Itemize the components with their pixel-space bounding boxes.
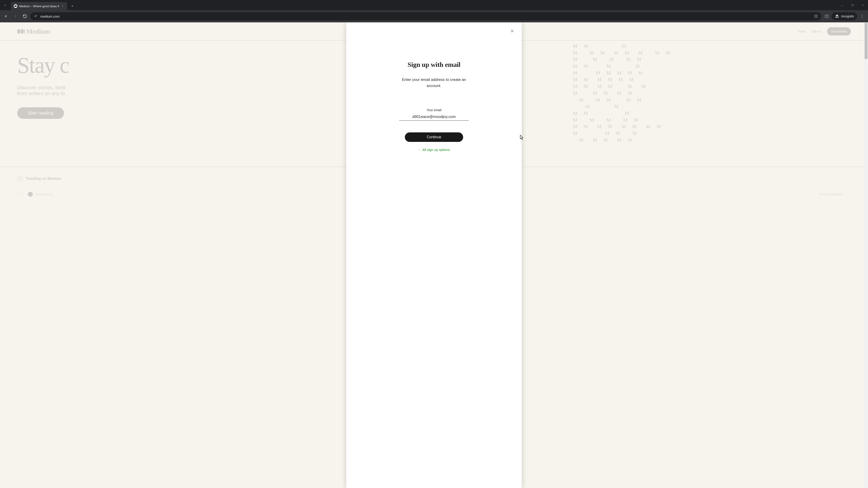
avatar — [28, 192, 33, 197]
browser-tab-strip: Medium – Where good ideas fi — [0, 0, 868, 10]
hero-sub-2: from writers on any to — [17, 91, 121, 96]
incognito-label: Incognito — [841, 14, 854, 18]
trending-author: Fireworks.ai — [36, 193, 53, 196]
modal-subtitle: Enter your email address to create an ac… — [396, 76, 472, 89]
page-viewport: Medium Write Sign in Get started Stay c … — [0, 22, 868, 488]
window-controls — [837, 0, 868, 10]
new-tab-button[interactable] — [69, 3, 76, 9]
nav-write: Write — [798, 30, 806, 33]
url-text: medium.com — [40, 14, 811, 18]
window-close-button[interactable] — [858, 0, 868, 10]
all-signup-options-link[interactable]: All sign up options — [418, 148, 450, 152]
svg-point-16 — [862, 16, 863, 17]
tab-close-button[interactable] — [61, 4, 64, 8]
decorative-m-pattern: M M M M M M M M M M M M M M M M M M M M … — [573, 40, 868, 167]
forward-button[interactable] — [11, 12, 20, 20]
continue-button[interactable]: Continue — [405, 132, 463, 142]
side-panel-button[interactable] — [823, 12, 831, 20]
svg-point-11 — [36, 15, 37, 16]
continue-label: Continue — [427, 135, 441, 139]
browser-menu-button[interactable] — [858, 12, 866, 20]
close-icon — [510, 29, 515, 33]
window-maximize-button[interactable] — [847, 0, 858, 10]
trending-publication: in UX Collective — [819, 193, 842, 196]
tab-title: Medium – Where good ideas fi — [19, 4, 59, 8]
email-label: Your email — [427, 108, 441, 112]
back-button[interactable] — [2, 12, 10, 20]
hero-sub-1: Discover stories, think — [17, 85, 121, 91]
modal-title: Sign up with email — [408, 61, 460, 68]
incognito-indicator[interactable]: Incognito — [832, 12, 857, 20]
medium-logo: Medium — [17, 28, 50, 35]
trending-label: Trending on Medium — [26, 177, 61, 181]
site-info-button[interactable] — [33, 14, 37, 18]
browser-toolbar: medium.com Incognito — [0, 10, 868, 22]
svg-marker-12 — [814, 14, 818, 18]
email-input[interactable] — [399, 115, 469, 119]
modal-close-button[interactable] — [509, 28, 515, 34]
svg-rect-5 — [851, 4, 853, 6]
nav-get-started: Get started — [827, 27, 851, 35]
start-reading-button: Start reading — [17, 107, 64, 119]
svg-point-17 — [862, 17, 863, 18]
svg-point-15 — [862, 15, 863, 15]
back-link-label: All sign up options — [422, 148, 450, 152]
logo-text: Medium — [26, 28, 50, 35]
trending-num: 01 — [17, 191, 25, 198]
medium-favicon-icon — [14, 4, 18, 8]
bookmark-star-button[interactable] — [814, 14, 818, 19]
scrollbar-thumb[interactable] — [865, 23, 868, 59]
browser-tab[interactable]: Medium – Where good ideas fi — [11, 2, 67, 10]
svg-rect-13 — [825, 15, 828, 18]
address-bar[interactable]: medium.com — [30, 12, 821, 20]
chevron-left-icon — [418, 148, 421, 151]
email-input-wrapper — [399, 115, 469, 121]
vertical-scrollbar[interactable] — [864, 22, 868, 488]
incognito-icon — [835, 14, 839, 19]
signup-modal: Sign up with email Enter your email addr… — [346, 22, 522, 488]
reload-button[interactable] — [21, 12, 29, 20]
trending-icon — [17, 176, 23, 182]
nav-signin: Sign in — [811, 30, 821, 33]
tabs-dropdown-button[interactable] — [0, 0, 10, 10]
window-minimize-button[interactable] — [837, 0, 847, 10]
